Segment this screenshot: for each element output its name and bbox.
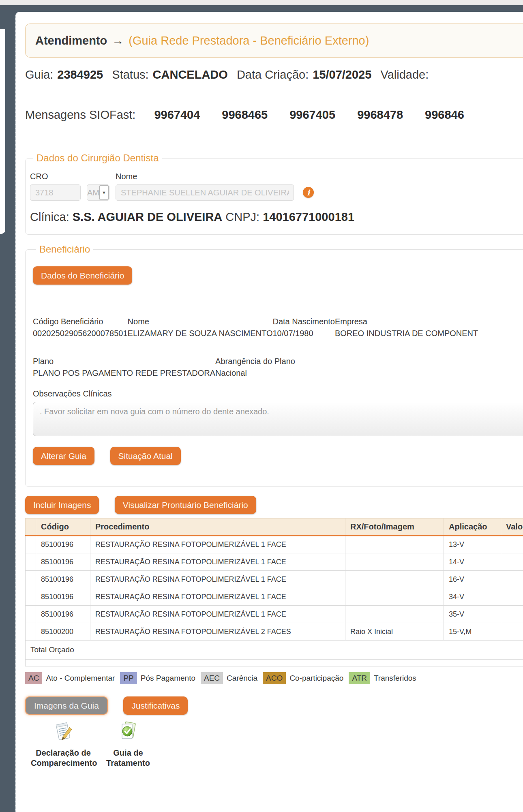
uf-select[interactable]: AM ▼ (87, 184, 109, 201)
doc-link-label[interactable]: Guia de Tratamento (96, 748, 161, 768)
cell-select (26, 606, 36, 623)
table-header-row: Código Procedimento RX/Foto/Imagem Aplic… (26, 518, 523, 536)
guia-action-buttons: Alterar Guia Situação Atual (33, 447, 523, 465)
cell-aplicacao: 35-V (444, 606, 501, 623)
status-value: CANCELADO (153, 68, 228, 81)
header-aplicacao: Aplicação (444, 518, 501, 536)
legend-badge: ATR (349, 672, 370, 684)
cell-codigo: 85100196 (36, 571, 90, 588)
guia-tratamento-link[interactable]: Guia de Tratamento (96, 720, 161, 768)
page-title-subtitle: (Guia Rede Prestadora - Beneficiário Ext… (129, 34, 369, 47)
procedimentos-table: Código Procedimento RX/Foto/Imagem Aplic… (25, 518, 523, 666)
observacoes-label: Observações Clínicas (33, 389, 523, 399)
cell-procedimento: RESTAURAÇÃO RESINA FOTOPOLIMERIZÁVEL 1 F… (90, 606, 345, 623)
cell-procedimento: RESTAURAÇÃO RESINA FOTOPOLIMERIZÁVEL 1 F… (90, 553, 345, 571)
mensagem-number[interactable]: 9967404 (154, 108, 200, 121)
legend-label: Ato - Complementar (46, 674, 115, 683)
header-rx: RX/Foto/Imagem (345, 518, 444, 536)
legend-badge: ACO (263, 672, 286, 684)
declaracao-comparecimento-link[interactable]: Declaração de Comparecimento (31, 720, 96, 768)
dados-beneficiario-button[interactable]: Dados do Beneficiário (33, 266, 132, 285)
chevron-down-icon[interactable]: ▼ (99, 185, 109, 200)
situacao-atual-button[interactable]: Situação Atual (110, 447, 181, 465)
cell-codigo: 85100196 (36, 606, 90, 623)
cell-procedimento: RESTAURAÇÃO RESINA FOTOPOLIMERIZÁVEL 2 F… (90, 623, 345, 641)
mensagem-number[interactable]: 9968465 (222, 108, 268, 121)
legend-label: Carência (227, 674, 257, 683)
cell-procedimento: RESTAURAÇÃO RESINA FOTOPOLIMERIZÁVEL 1 F… (90, 588, 345, 606)
notepad-pencil-icon[interactable] (31, 720, 96, 743)
guia-label: Guia: (25, 68, 53, 81)
legend-item: ATR Transferidos (349, 672, 421, 684)
page-title-main: Atendimento (35, 34, 107, 47)
legend-badge: PP (120, 672, 137, 684)
total-valor (501, 641, 523, 660)
document-check-icon[interactable] (96, 720, 161, 743)
visualizar-prontuario-button[interactable]: Visualizar Prontuário Beneficiário (115, 496, 256, 514)
cell-codigo: 85100196 (36, 553, 90, 571)
cell-select (26, 588, 36, 606)
table-row[interactable]: 85100196 RESTAURAÇÃO RESINA FOTOPOLIMERI… (26, 536, 523, 553)
imagens-da-guia-button[interactable]: Imagens da Guia (25, 696, 108, 715)
field-label: Plano (33, 357, 215, 366)
observacoes-textarea[interactable]: . Favor solicitar em nova guia com o núm… (33, 402, 523, 436)
clinica-value: S.S. AGUIAR DE OLIVEIRA (73, 210, 223, 223)
status-legend: AC Ato - Complementar PP Pós Pagamento A… (25, 672, 523, 684)
field-value: 10/07/1980 (272, 329, 334, 338)
legend-label: Transferidos (374, 674, 416, 683)
info-icon[interactable]: i (303, 187, 314, 198)
dentista-nome-input[interactable] (116, 184, 294, 201)
beneficiario-field: Data Nascimento 10/07/1980 (272, 317, 334, 338)
total-label: Total Orçado (26, 641, 501, 660)
page: { "header": { "title": "Atendimento", "a… (0, 0, 523, 812)
legend-item: ACO Co-participação (263, 672, 349, 684)
validade-label: Validade: (380, 68, 429, 81)
cell-codigo: 85100196 (36, 536, 90, 553)
mensagem-number[interactable]: 9968478 (357, 108, 403, 121)
clinica-line: Clínica: S.S. AGUIAR DE OLIVEIRA CNPJ: 1… (30, 210, 523, 224)
cell-rx (345, 553, 444, 571)
field-label: Código Beneficiário (33, 317, 128, 326)
header-procedimento: Procedimento (90, 518, 345, 536)
incluir-imagens-button[interactable]: Incluir Imagens (25, 496, 99, 514)
cro-input[interactable] (30, 184, 81, 201)
doc-link-label[interactable]: Declaração de Comparecimento (31, 748, 96, 768)
cell-codigo: 85100196 (36, 588, 90, 606)
cell-select (26, 623, 36, 641)
table-row[interactable]: 85100196 RESTAURAÇÃO RESINA FOTOPOLIMERI… (26, 606, 523, 623)
legend-item: AC Ato - Complementar (25, 672, 120, 684)
mensagem-number[interactable]: 996846 (425, 108, 464, 121)
criacao-value: 15/07/2025 (313, 68, 371, 81)
legend-item: AEC Carência (201, 672, 263, 684)
cell-aplicacao: 15-V,M (444, 623, 501, 641)
plano-fields: Plano PLANO POS PAGAMENTO REDE PRESTADOR… (33, 357, 523, 378)
criacao-label: Data Criação: (237, 68, 309, 81)
justificativas-button[interactable]: Justificativas (123, 696, 188, 715)
arrow-icon: → (112, 34, 124, 47)
cro-group: CRO (30, 172, 81, 201)
side-panel-tab[interactable] (0, 29, 5, 234)
table-row[interactable]: 85100200 RESTAURAÇÃO RESINA FOTOPOLIMERI… (26, 623, 523, 641)
status-label: Status: (112, 68, 148, 81)
cell-rx (345, 606, 444, 623)
table-row[interactable]: 85100196 RESTAURAÇÃO RESINA FOTOPOLIMERI… (26, 571, 523, 588)
beneficiario-fields: Código Beneficiário 00202502905620007850… (33, 317, 523, 338)
table-row[interactable]: 85100196 RESTAURAÇÃO RESINA FOTOPOLIMERI… (26, 588, 523, 606)
cell-rx (345, 588, 444, 606)
field-value: BOREO INDUSTRIA DE COMPONENT (335, 329, 478, 338)
cell-select (26, 571, 36, 588)
cell-select (26, 553, 36, 571)
beneficiario-field: Código Beneficiário 00202502905620007850… (33, 317, 128, 338)
cell-rx (345, 536, 444, 553)
clinica-label: Clínica: (30, 210, 69, 223)
table-row[interactable]: 85100196 RESTAURAÇÃO RESINA FOTOPOLIMERI… (26, 553, 523, 571)
legend-badge: AEC (201, 672, 223, 684)
cirurgiao-inputs-row: CRO AM ▼ Nome i (30, 172, 523, 201)
legend-label: Co-participação (289, 674, 343, 683)
header-codigo: Código (36, 518, 90, 536)
alterar-guia-button[interactable]: Alterar Guia (33, 447, 94, 465)
mensagem-number[interactable]: 9967405 (289, 108, 335, 121)
table-footer-row (26, 660, 523, 666)
legend-badge: AC (25, 672, 42, 684)
cell-valor (501, 536, 523, 553)
